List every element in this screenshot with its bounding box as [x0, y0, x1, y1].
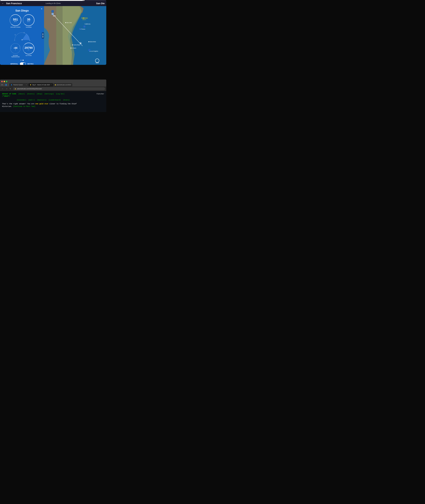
svg-text:N: N — [14, 40, 15, 41]
nav-stats[interactable]: [Stats] — [63, 99, 70, 101]
svg-text:S: S — [24, 32, 25, 33]
tab-fletcher-easton[interactable]: 👤 Fletcher Easton × — [9, 83, 28, 86]
altitude-value: 29790 — [25, 46, 33, 49]
nav-logout[interactable]: [Log Out] — [56, 93, 64, 95]
altitude-gauge-circle: 29790 FT — [23, 43, 34, 54]
temperature-value-container: -44 °F — [13, 46, 17, 50]
back-button[interactable]: ← — [2, 2, 4, 5]
altitude-gauge: 29790 FT ALTITUDE — [23, 43, 34, 58]
temperature-gauge-circle: -44 °F — [10, 43, 21, 54]
temperature-value: -44 — [13, 46, 17, 49]
compass-svg: E S ✈ N W — [13, 29, 32, 41]
svg-text:Los Angeles: Los Angeles — [91, 50, 98, 52]
ground-speed-unit: MPH — [14, 21, 17, 22]
temperature-gauge: -44 °F OUTSIDETEMPERATURE — [10, 43, 21, 58]
tab-overflow[interactable]: ⭐ adventofcode.com/2024 — [53, 83, 72, 86]
gold-star-text: one gold star — [35, 103, 48, 105]
nav-events[interactable]: [Events] — [27, 93, 34, 95]
bottom-gauges-row: -44 °F OUTSIDETEMPERATURE 29790 FT ALTIT… — [10, 43, 34, 58]
page-dots — [20, 60, 24, 61]
site-nav-bar: Advent of Code /*2024*/ [About] [Events]… — [2, 93, 104, 98]
traffic-lights — [1, 80, 105, 82]
nav-user: Fletcher — [97, 93, 104, 95]
traffic-light-yellow[interactable] — [4, 81, 5, 82]
browser-window: ⊙ | 👤 | 👤 Fletcher Easton × ⭐ Day 6 - Ad… — [0, 80, 106, 112]
browser-toolbar: ⊙ | 👤 | 👤 Fletcher Easton × ⭐ Day 6 - Ad… — [1, 83, 105, 86]
unit-toggle-row: IMPERIAL METRIC — [10, 62, 34, 65]
svg-text:8842 ft: 8842 ft — [83, 19, 86, 20]
tab-advent-of-code[interactable]: ⭐ Day 6 - Advent of Code 2024 × — [28, 83, 53, 86]
svg-point-26 — [65, 22, 66, 23]
svg-point-34 — [72, 45, 73, 45]
address-bar[interactable]: 🔒 adventofcode.com/2024/day/6/answer — [13, 87, 105, 90]
address-text: adventofcode.com/2024/day/6/answer — [17, 88, 42, 90]
svg-text:Bakersfield: Bakersfield — [90, 41, 96, 42]
browser-chrome: ⊙ | 👤 | 👤 Fletcher Easton × ⭐ Day 6 - Ad… — [0, 80, 106, 86]
tab-1-favicon: 👤 — [11, 84, 12, 86]
flight-app: ← San Francisco Landing in 0h 22min San … — [0, 0, 106, 65]
svg-text:📍: 📍 — [89, 50, 90, 51]
flight-content: × San Diego 551 MPH GROUND SPEED 35 MPH — [0, 6, 106, 65]
address-bar-row: ← → ↻ 🔒 adventofcode.com/2024/day/6/answ… — [0, 86, 106, 91]
ground-speed-label: GROUND SPEED — [10, 27, 20, 28]
dot-2-active[interactable] — [23, 60, 24, 61]
svg-text:E: E — [15, 34, 16, 36]
map-panel: 📍 SFO Half Dome 8842 ft California 📍 San… — [44, 6, 106, 65]
dot-1[interactable] — [20, 60, 21, 61]
svg-text:📍: 📍 — [84, 26, 85, 27]
ground-speed-circle: 551 MPH — [10, 14, 21, 26]
tailwind-unit: MPH — [27, 21, 30, 22]
brand-line2: /*2024*/ — [2, 95, 10, 97]
tailwind-gauge: 35 MPH TAILWIND — [23, 14, 34, 28]
unit-toggle-switch[interactable] — [20, 62, 26, 65]
flight-header: ← San Francisco Landing in 0h 22min San … — [0, 1, 106, 6]
svg-point-16 — [52, 13, 53, 14]
nav-aocpp[interactable]: [AoC++] — [28, 99, 35, 101]
brand-line1: Advent of Code — [2, 93, 16, 95]
pause-bar-left — [43, 33, 43, 35]
destination-title: San Diego — [15, 9, 29, 12]
temperature-label: OUTSIDETEMPERATURE — [11, 55, 20, 58]
nav-calendar[interactable]: [Calendar] — [17, 99, 26, 101]
traffic-light-green[interactable] — [6, 81, 7, 82]
nav-leaderboard[interactable]: [Leaderboard] — [49, 99, 61, 101]
nav-settings[interactable]: [Settings] — [44, 93, 54, 95]
continue-link[interactable]: [Continue to Part Two] — [13, 106, 35, 107]
flight-eta: Landing in 0h 22min — [46, 2, 61, 4]
nav-forward-button[interactable]: → — [5, 87, 8, 90]
toggle-knob — [23, 63, 26, 65]
svg-text:California: California — [85, 23, 91, 25]
nav-sponsors[interactable]: [Sponsors] — [37, 99, 46, 101]
spacer — [0, 65, 106, 71]
flight-panel: × San Diego 551 MPH GROUND SPEED 35 MPH — [0, 6, 44, 65]
nav-shop[interactable]: [Shop] — [37, 93, 42, 95]
github-icon[interactable]: ⊙ — [1, 84, 3, 86]
svg-text:SFO: SFO — [53, 15, 56, 17]
profile-icon[interactable]: 👤 — [5, 84, 7, 86]
altitude-unit: FT — [28, 49, 29, 51]
tailwind-circle: 35 MPH — [23, 14, 34, 26]
tailwind-value: 35 — [27, 18, 30, 21]
tab-3-favicon: ⭐ — [54, 84, 56, 86]
pause-button[interactable] — [42, 32, 44, 39]
ground-speed-value: 551 — [13, 18, 18, 21]
tab-1-close[interactable]: × — [26, 84, 27, 86]
tab-3-label: adventofcode.com/2024 — [56, 84, 71, 86]
svg-text:Half Dome: Half Dome — [81, 17, 88, 19]
tab-2-close[interactable]: × — [51, 84, 52, 86]
browser-tabs: 👤 Fletcher Easton × ⭐ Day 6 - Advent of … — [9, 83, 72, 86]
svg-text:Fresno: Fresno — [81, 28, 85, 30]
nav-about[interactable]: [About] — [18, 93, 25, 95]
nav-refresh-button[interactable]: ↻ — [9, 87, 12, 90]
tailwind-label: TAILWIND — [26, 27, 32, 28]
traffic-light-red[interactable] — [1, 81, 3, 82]
nav-back-button[interactable]: ← — [1, 87, 4, 90]
close-button[interactable]: × — [41, 7, 42, 10]
metric-label: METRIC — [27, 63, 34, 65]
tab-2-label: Day 6 - Advent of Code 2024 — [32, 84, 50, 86]
speed-gauges-row: 551 MPH GROUND SPEED 35 MPH TAILWIND — [10, 14, 34, 28]
svg-text:✈: ✈ — [21, 39, 23, 41]
tab-1-label: Fletcher Easton — [13, 84, 25, 86]
separator-1: | — [4, 84, 4, 86]
result-line1-suffix: closer to finding the Chief — [48, 103, 77, 105]
